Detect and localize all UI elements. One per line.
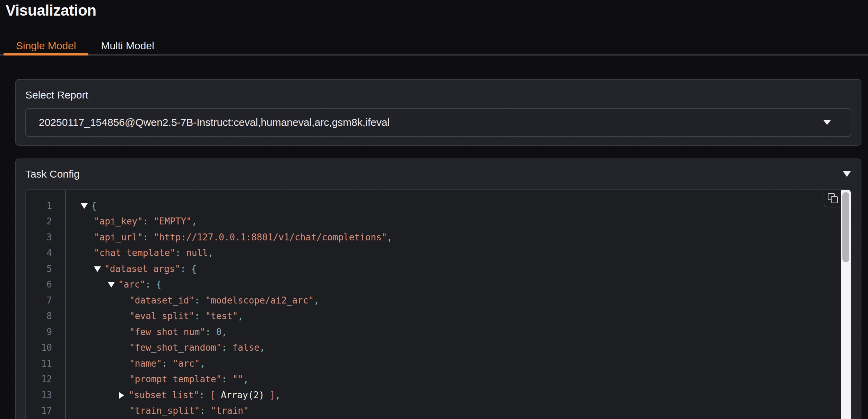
- line-number: 9: [26, 324, 65, 340]
- line-content: "api_key": "EMPTY",: [65, 214, 197, 230]
- tab-multi-model-label: Multi Model: [101, 40, 154, 52]
- line-content: "subset_list": [ Array(2) ],: [65, 387, 280, 403]
- select-report-label: Select Report: [25, 89, 851, 101]
- code-token: "name": [129, 356, 162, 372]
- code-token: null: [186, 245, 208, 261]
- line-content: "few_shot_random": false,: [65, 340, 265, 356]
- line-content: "name": "arc",: [65, 356, 205, 372]
- tab-single-model[interactable]: Single Model: [3, 37, 88, 54]
- code-token: "test": [205, 308, 238, 324]
- line-content: "eval_split": "test",: [65, 308, 243, 324]
- code-row: 10"few_shot_random": false,: [26, 340, 851, 356]
- code-token: : {: [180, 261, 197, 277]
- code-row: 17"train_split": "train": [26, 403, 851, 419]
- code-token: :: [222, 371, 232, 387]
- gutter-separator: [65, 190, 66, 419]
- line-content: "prompt_template": "",: [65, 371, 249, 387]
- collapse-toggle-icon[interactable]: [108, 282, 115, 288]
- code-token: "chat_template": [94, 245, 175, 261]
- line-content: "arc": {: [65, 277, 162, 293]
- code-token: 0: [216, 324, 222, 340]
- collapse-caret-icon[interactable]: [843, 171, 851, 177]
- code-token: "http://127.0.0.1:8801/v1/chat/completio…: [154, 230, 387, 246]
- code-token: "train": [211, 403, 249, 419]
- code-token: "subset_list": [129, 387, 199, 403]
- code-token: ,: [243, 371, 249, 387]
- line-number: 17: [26, 403, 65, 419]
- tabbar: Single Model Multi Model: [0, 37, 868, 55]
- line-number: 11: [26, 356, 65, 372]
- code-token: :: [162, 356, 173, 372]
- line-number: 8: [26, 308, 65, 324]
- code-token: "arc": [173, 356, 200, 372]
- code-token: [: [210, 387, 221, 403]
- code-scrollbar-thumb[interactable]: [842, 192, 849, 262]
- line-number: 4: [26, 245, 65, 261]
- code-token: "dataset_args": [104, 261, 180, 277]
- code-token: ,: [208, 245, 214, 261]
- copy-button[interactable]: [824, 190, 841, 207]
- code-token: "train_split": [129, 403, 200, 419]
- code-row: 5"dataset_args": {: [26, 261, 851, 277]
- code-token: "prompt_template": [129, 371, 222, 387]
- line-content: "dataset_args": {: [65, 261, 197, 277]
- code-row: 8"eval_split": "test",: [26, 308, 851, 324]
- copy-icon: [828, 193, 838, 203]
- line-content: "dataset_id": "modelscope/ai2_arc",: [65, 293, 319, 309]
- code-token: "eval_split": [129, 308, 194, 324]
- task-config-panel: Task Config 1{2"api_key": "EMPTY",3"api_…: [15, 159, 861, 419]
- code-row: 7"dataset_id": "modelscope/ai2_arc",: [26, 293, 851, 309]
- code-token: ,: [387, 230, 392, 246]
- line-number: 12: [26, 371, 65, 387]
- line-content: "few_shot_num": 0,: [65, 324, 227, 340]
- code-row: 6"arc": {: [26, 277, 851, 293]
- select-report-panel: Select Report 20250117_154856@Qwen2.5-7B…: [15, 79, 861, 146]
- code-token: ]: [264, 387, 275, 403]
- code-token: :: [200, 403, 211, 419]
- code-token: :: [143, 214, 154, 230]
- code-token: ,: [275, 387, 281, 403]
- report-dropdown[interactable]: 20250117_154856@Qwen2.5-7B-Instruct:ceva…: [25, 108, 851, 137]
- line-content: "train_split": "train": [65, 403, 249, 419]
- collapse-toggle-icon[interactable]: [94, 266, 101, 272]
- line-content: "chat_template": null,: [65, 245, 213, 261]
- line-content: "api_url": "http://127.0.0.1:8801/v1/cha…: [65, 230, 392, 246]
- code-token: :: [199, 387, 210, 403]
- task-config-code-block: 1{2"api_key": "EMPTY",3"api_url": "http:…: [25, 189, 851, 419]
- code-token: :: [175, 245, 186, 261]
- code-token: ,: [200, 356, 206, 372]
- code-row: 12"prompt_template": "",: [26, 371, 851, 387]
- code-token: :: [205, 324, 216, 340]
- code-token: "modelscope/ai2_arc": [205, 293, 314, 309]
- code-token: "api_url": [94, 230, 143, 246]
- code-token: ,: [260, 340, 265, 356]
- code-row: 9"few_shot_num": 0,: [26, 324, 851, 340]
- line-number: 6: [26, 277, 65, 293]
- line-number: 1: [26, 198, 65, 214]
- line-number: 10: [26, 340, 65, 356]
- code-row: 4"chat_template": null,: [26, 245, 851, 261]
- task-config-label: Task Config: [25, 168, 80, 180]
- tab-multi-model[interactable]: Multi Model: [88, 37, 166, 54]
- expand-toggle-icon[interactable]: [119, 392, 124, 399]
- line-number: 7: [26, 293, 65, 309]
- report-dropdown-value: 20250117_154856@Qwen2.5-7B-Instruct:ceva…: [39, 117, 390, 128]
- code-row: 3"api_url": "http://127.0.0.1:8801/v1/ch…: [26, 230, 851, 246]
- line-content: {: [65, 198, 97, 214]
- code-token: :: [194, 293, 205, 309]
- code-token: Array(2): [221, 387, 264, 403]
- code-token: ,: [192, 214, 197, 230]
- task-config-accordion-header[interactable]: Task Config: [25, 168, 851, 181]
- code-lines: 1{2"api_key": "EMPTY",3"api_url": "http:…: [26, 190, 851, 419]
- code-token: "few_shot_random": [129, 340, 222, 356]
- code-token: :: [194, 308, 205, 324]
- line-number: 13: [26, 387, 65, 403]
- code-token: :: [222, 340, 232, 356]
- code-token: ,: [222, 324, 227, 340]
- code-token: : {: [145, 277, 162, 293]
- line-number: 2: [26, 214, 65, 230]
- caret-down-icon[interactable]: [823, 120, 831, 125]
- collapse-toggle-icon[interactable]: [81, 203, 88, 209]
- page-title: Visualization: [6, 1, 868, 20]
- code-scrollbar[interactable]: [841, 190, 851, 419]
